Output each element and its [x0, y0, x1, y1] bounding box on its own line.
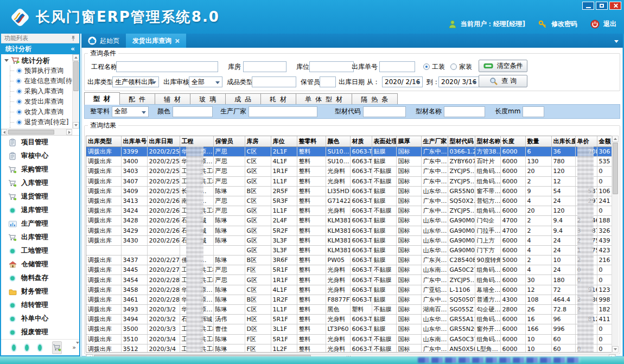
table-cell[interactable]: 调拨出库 [86, 226, 121, 235]
table-cell[interactable]: 调拨出库 [86, 147, 121, 157]
audit-select[interactable]: 全部 [189, 76, 222, 87]
table-cell[interactable]: 20 [525, 167, 551, 176]
table-cell[interactable]: 国标 [396, 334, 421, 344]
tree-horizontal-scrollbar[interactable] [1, 129, 72, 135]
table-cell[interactable]: 90度转角 [475, 256, 500, 265]
table-cell[interactable]: AN50X50X2 [448, 344, 475, 353]
table-cell[interactable]: G区 [245, 176, 271, 186]
table-cell[interactable]: 6063-T5 [350, 256, 372, 265]
table-cell[interactable]: 1L1F [271, 206, 297, 216]
project-name-input[interactable] [116, 61, 218, 72]
nav-dot-icon[interactable] [12, 344, 16, 351]
table-cell[interactable]: 4700 [500, 226, 525, 235]
table-cell[interactable] [575, 324, 597, 334]
table-cell[interactable]: 不贴膜 [372, 334, 396, 344]
table-cell[interactable]: 贴膜 [372, 235, 396, 245]
table-cell[interactable]: 整料 [297, 334, 326, 344]
material-tab[interactable]: 型材 [84, 92, 120, 105]
table-cell[interactable]: 6000 [500, 315, 525, 324]
table-cell[interactable]: 长… [180, 186, 213, 196]
nav-dot-icon[interactable] [38, 344, 42, 351]
table-cell[interactable]: G区 [245, 216, 271, 226]
table-cell[interactable]: 整料 [297, 176, 326, 186]
table-cell[interactable] [180, 245, 213, 255]
sidebar-item[interactable]: 仓储管理 [1, 258, 79, 271]
sidebar-item[interactable]: 结转管理 [1, 298, 79, 312]
table-cell[interactable]: 1L2F [271, 344, 297, 353]
table-cell[interactable]: 国标 [396, 285, 421, 295]
table-cell[interactable]: 166 [525, 324, 551, 334]
table-cell[interactable]: 72.8 [551, 305, 575, 315]
table-cell[interactable]: 2 [525, 216, 551, 226]
table-cell[interactable]: 2020/2/26 [147, 216, 180, 226]
table-cell[interactable]: ZYCJP5… [448, 176, 475, 186]
table-cell[interactable]: 6 [525, 147, 551, 157]
profile-name-input[interactable] [444, 106, 485, 117]
table-cell[interactable]: 严思 [213, 157, 245, 167]
table-cell[interactable]: 2020/2/26 [147, 235, 180, 245]
table-cell[interactable]: 整料 [297, 324, 326, 334]
table-cell[interactable]: F区 [245, 265, 271, 275]
table-cell[interactable]: 贴膜 [372, 186, 396, 196]
table-cell[interactable]: 组角码… [475, 176, 500, 186]
section-bar[interactable]: 统计分析 « [1, 43, 79, 54]
table-row[interactable]: 调拨出库34612020/2/28华原…陈琳B区1R2F整料F8877FT606… [86, 295, 616, 304]
table-cell[interactable]: 石城 [180, 226, 213, 235]
table-cell[interactable]: 山东华… [421, 186, 448, 196]
table-cell[interactable]: 广东中… [421, 196, 448, 206]
table-cell[interactable]: 96 [551, 315, 575, 324]
table-cell[interactable]: G区 [245, 206, 271, 216]
table-cell[interactable]: 整料 [297, 226, 326, 235]
table-cell[interactable]: 3494 [121, 315, 147, 324]
column-header[interactable]: 表面处理 [372, 136, 396, 147]
table-cell[interactable]: C区 [245, 147, 271, 157]
table-cell[interactable]: 国标 [396, 216, 421, 226]
table-cell[interactable]: 30 [525, 275, 551, 285]
sidebar-item[interactable]: 财务管理 [1, 285, 79, 298]
table-cell[interactable]: 6063-T5 [350, 275, 372, 285]
table-cell[interactable]: 3L3F [271, 245, 297, 255]
table-cell[interactable]: 调拨出库 [86, 167, 121, 176]
table-cell[interactable]: 调拨出库 [86, 176, 121, 186]
table-cell[interactable]: 2020/2/26 [147, 206, 180, 216]
table-cell[interactable]: 调拨出库 [86, 285, 121, 295]
table-cell[interactable]: 广东中… [421, 147, 448, 157]
column-header[interactable]: 工程 [180, 136, 213, 147]
table-cell[interactable]: 16 [525, 315, 551, 324]
table-cell[interactable]: 华原… [180, 157, 213, 167]
table-cell[interactable]: 5R1F [271, 315, 297, 324]
table-cell[interactable]: 华原… [180, 147, 213, 157]
table-cell[interactable]: 百叶片 [475, 157, 500, 167]
table-cell[interactable]: 塑料 [350, 305, 372, 315]
table-cell[interactable]: 整料 [297, 147, 326, 157]
table-cell[interactable]: GA90M07… [448, 226, 475, 235]
table-cell[interactable]: 山东南… [421, 265, 448, 275]
table-cell[interactable]: SQ50X2… [448, 196, 475, 206]
table-cell[interactable]: GA90M06… [448, 216, 475, 226]
table-cell[interactable]: 6000 [500, 275, 525, 285]
table-cell[interactable]: 调拨出库 [86, 235, 121, 245]
table-cell[interactable]: 2020/2/26 [147, 226, 180, 235]
table-cell[interactable]: 4L1F [271, 285, 297, 295]
table-cell[interactable]: 华原… [180, 295, 213, 304]
table-cell[interactable]: 广东中… [421, 344, 448, 353]
table-cell[interactable]: 调拨出库 [86, 186, 121, 196]
table-row[interactable]: 调拨出库34032020/2/25工共工程严思G区1R1F整料光身料6063-T… [86, 167, 616, 176]
table-cell[interactable]: 不贴膜 [372, 176, 396, 186]
table-cell[interactable]: 6063-T5 [350, 245, 372, 255]
table-cell[interactable]: 4 [525, 245, 551, 255]
table-cell[interactable]: 6063-T5 [350, 206, 372, 216]
table-cell[interactable]: 门上方 [475, 235, 500, 245]
table-cell[interactable]: 湖南百… [421, 305, 448, 315]
color-input[interactable] [173, 106, 213, 117]
table-cell[interactable]: 国标 [396, 275, 421, 285]
table-cell[interactable]: 工共工程 [180, 324, 213, 334]
column-header[interactable]: 膜厚 [396, 136, 421, 147]
table-cell[interactable]: 6000 [500, 157, 525, 167]
table-cell[interactable]: 4700 [500, 216, 525, 226]
table-cell[interactable]: 2020/2/25 [147, 157, 180, 167]
table-cell[interactable]: 整料 [297, 216, 326, 226]
product-type-input[interactable] [252, 76, 296, 87]
table-cell[interactable]: 调拨出库 [86, 265, 121, 275]
sidebar-item[interactable]: 物料盘存 [1, 271, 79, 285]
